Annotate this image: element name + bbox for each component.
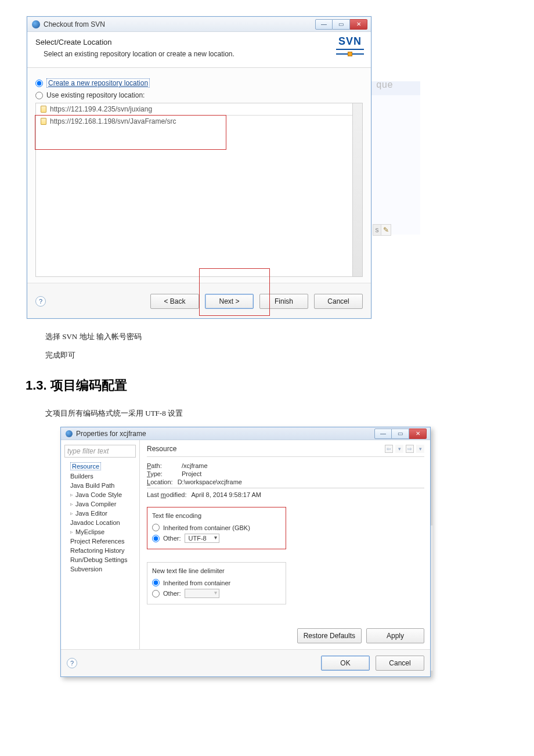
restore-defaults-button[interactable]: Restore Defaults — [297, 628, 362, 643]
tree-item-label: MyEclipse — [75, 528, 104, 535]
svn-logo: SVN — [336, 35, 364, 56]
repository-icon — [41, 118, 46, 125]
section-heading: 1.3. 项目编码配置 — [26, 377, 534, 394]
tree-item-subversion[interactable]: Subversion — [64, 564, 139, 574]
close-button[interactable]: ✕ — [409, 429, 427, 439]
app-icon — [66, 430, 73, 437]
tree-item-label: Run/Debug Settings — [70, 556, 127, 563]
delimiter-inherited-radio-input[interactable] — [152, 579, 160, 586]
back-button[interactable]: < Back — [150, 294, 199, 309]
group-title: New text file line delimiter — [152, 567, 281, 574]
tree-item-label: Java Compiler — [75, 501, 116, 507]
window-title: Properties for xcjframe — [76, 430, 374, 438]
tree-item-java-compiler[interactable]: Java Compiler — [64, 499, 139, 509]
window-titlebar: Properties for xcjframe — ▭ ✕ — [61, 427, 430, 440]
help-icon[interactable]: ? — [35, 296, 46, 307]
filter-input[interactable]: type filter text — [64, 445, 136, 458]
delimiter-other-radio[interactable]: Other: — [152, 588, 281, 599]
tree-item-label: Subversion — [70, 566, 102, 573]
tree-item-label: Project References — [70, 538, 125, 545]
radio-create-new-location-input[interactable] — [35, 80, 43, 87]
minimize-button[interactable]: — — [315, 19, 333, 30]
pencil-icon: ✎ — [381, 225, 391, 235]
nav-forward-icon[interactable]: ⇨ — [406, 445, 414, 453]
background-tag-s: s — [373, 225, 381, 235]
repository-url: https://192.168.1.198/svn/JavaFrame/src — [50, 117, 176, 125]
maximize-button[interactable]: ▭ — [392, 429, 409, 439]
encoding-inherited-radio-input[interactable] — [152, 524, 160, 531]
delimiter-other-label: Other: — [163, 590, 181, 597]
ok-button[interactable]: OK — [321, 656, 370, 671]
wizard-heading: Select/Create Location — [35, 38, 363, 46]
tree-item-java-editor[interactable]: Java Editor — [64, 509, 139, 518]
window-title: Checkout from SVN — [44, 20, 315, 28]
group-title: Text file encoding — [152, 512, 281, 519]
nav-back-icon[interactable]: ⇦ — [385, 445, 393, 453]
tree-item-java-code-style[interactable]: Java Code Style — [64, 490, 139, 499]
path-value: /xcjframe — [182, 462, 208, 469]
doc-paragraph: 完成即可 — [45, 350, 534, 361]
repository-list[interactable]: https://121.199.4.235/svn/juxiang https:… — [35, 103, 363, 277]
tree-item-label: Java Build Path — [70, 482, 114, 489]
tree-item-java-build-path[interactable]: Java Build Path — [64, 481, 139, 490]
maximize-button[interactable]: ▭ — [333, 19, 350, 30]
svn-checkout-dialog: Checkout from SVN — ▭ ✕ Select/Create Lo… — [27, 16, 371, 319]
encoding-combo[interactable]: UTF-8 — [185, 534, 219, 543]
page-title: Resource — [147, 445, 383, 453]
svn-logo-text: SVN — [336, 35, 364, 50]
tree-item-refactoring-history[interactable]: Refactoring History — [64, 546, 139, 555]
apply-button[interactable]: Apply — [366, 628, 424, 643]
radio-create-new-location[interactable]: Create a new repository location — [35, 78, 363, 88]
location-value: D:\workspace\xcjframe — [178, 478, 242, 485]
radio-use-existing-location-input[interactable] — [35, 92, 43, 99]
last-modified-value: April 8, 2014 9:58:17 AM — [192, 491, 261, 498]
encoding-other-radio[interactable]: Other: UTF-8 — [152, 532, 281, 544]
encoding-other-radio-input[interactable] — [152, 535, 160, 542]
chevron-down-icon[interactable]: ▾ — [395, 445, 403, 453]
tree-item-javadoc-location[interactable]: Javadoc Location — [64, 518, 139, 527]
app-icon — [32, 20, 40, 28]
tree-item-run-debug-settings[interactable]: Run/Debug Settings — [64, 555, 139, 564]
text-file-encoding-group: Text file encoding Inherited from contai… — [147, 507, 286, 549]
encoding-inherited-radio[interactable]: Inherited from container (GBK) — [152, 523, 281, 532]
radio-use-existing-location-label: Use existing repository location: — [46, 91, 145, 99]
chevron-down-icon[interactable]: ▾ — [416, 445, 424, 453]
tree-item-label: Resource — [70, 462, 101, 470]
line-delimiter-group: New text file line delimiter Inherited f… — [147, 562, 286, 604]
tree-item-project-references[interactable]: Project References — [64, 537, 139, 546]
cancel-button[interactable]: Cancel — [314, 294, 363, 309]
tree-item-label: Java Code Style — [75, 491, 122, 498]
minimize-button[interactable]: — — [374, 429, 392, 439]
repository-item[interactable]: https://121.199.4.235/svn/juxiang — [36, 103, 362, 116]
repository-icon — [41, 106, 46, 113]
tree-item-label: Builders — [70, 473, 93, 480]
properties-dialog: Properties for xcjframe — ▭ ✕ type filte… — [60, 427, 431, 677]
type-value: Project — [182, 470, 201, 477]
repository-item[interactable]: https://192.168.1.198/svn/JavaFrame/src — [36, 116, 362, 127]
tree-item-builders[interactable]: Builders — [64, 471, 139, 481]
delimiter-combo — [185, 589, 219, 598]
annotation-box — [199, 268, 270, 316]
tree-item-label: Refactoring History — [70, 547, 125, 554]
wizard-subheading: Select an existing repository location o… — [35, 50, 363, 58]
background-text-fragment: que — [376, 80, 393, 91]
help-icon[interactable]: ? — [67, 658, 77, 668]
close-button[interactable]: ✕ — [350, 19, 367, 30]
window-titlebar: Checkout from SVN — ▭ ✕ — [27, 17, 371, 32]
delimiter-inherited-radio[interactable]: Inherited from container — [152, 578, 281, 588]
properties-tree: type filter text Resource Builders Java … — [61, 440, 140, 649]
radio-create-new-location-label: Create a new repository location — [46, 78, 150, 88]
encoding-inherited-label: Inherited from container (GBK) — [163, 524, 250, 531]
doc-paragraph: 选择 SVN 地址 输入帐号密码 — [45, 332, 534, 342]
repository-url: https://121.199.4.235/svn/juxiang — [50, 105, 152, 113]
tree-item-label: Javadoc Location — [70, 519, 120, 526]
radio-use-existing-location[interactable]: Use existing repository location: — [35, 91, 363, 99]
doc-paragraph: 文项目所有编码格式统一采用 UTF-8 设置 — [45, 408, 534, 419]
encoding-other-label: Other: — [163, 535, 181, 542]
delimiter-other-radio-input[interactable] — [152, 590, 160, 597]
tree-item-label: Java Editor — [75, 510, 107, 517]
tree-item-myeclipse[interactable]: MyEclipse — [64, 527, 139, 537]
tree-item-resource[interactable]: Resource — [64, 461, 139, 471]
cancel-button[interactable]: Cancel — [376, 656, 424, 671]
delimiter-inherited-label: Inherited from container — [163, 579, 230, 586]
